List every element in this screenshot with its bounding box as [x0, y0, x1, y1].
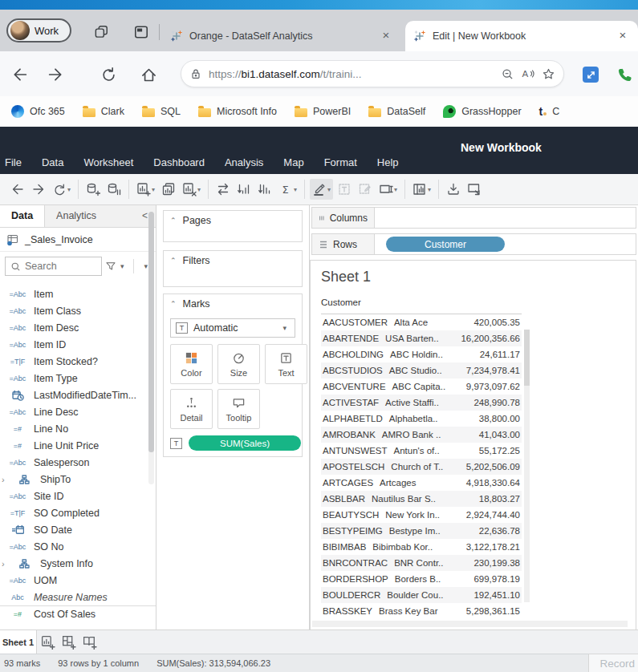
field-item-cost-of-sales[interactable]: =#Cost Of Sales [0, 605, 156, 622]
close-tab-icon[interactable]: × [616, 29, 630, 43]
search-box[interactable] [5, 257, 102, 276]
field-item-item-id[interactable]: =AbcItem ID [0, 336, 156, 353]
expand-chevron-icon[interactable]: › [2, 559, 8, 569]
forward-button[interactable] [45, 64, 66, 85]
table-vertical-scrollbar[interactable] [524, 330, 530, 602]
table-row-bouldercr[interactable]: BOULDERCRBoulder Cou..192,451.10 [321, 587, 522, 603]
field-item-line-unit-price[interactable]: =#Line Unit Price [0, 437, 156, 454]
menu-item-analysis[interactable]: Analysis [225, 156, 263, 168]
table-row-bnrcontrac[interactable]: BNRCONTRACBNR Contr..230,199.38 [321, 555, 522, 571]
table-horizontal-scrollbar[interactable] [312, 621, 628, 627]
swap-axes-button[interactable] [213, 179, 233, 200]
fix-axes-button[interactable]: ▾ [376, 179, 400, 200]
menu-item-dashboard[interactable]: Dashboard [153, 156, 205, 168]
table-row-activestaf[interactable]: ACTIVESTAFActive Staffi..248,990.78 [321, 395, 522, 411]
table-row-alphabetld[interactable]: ALPHABETLDAlphabetla..38,800.00 [321, 411, 522, 427]
field-item-so-completed[interactable]: =T|FSO Completed [0, 504, 156, 521]
field-item-site-id[interactable]: =AbcSite ID [0, 488, 156, 504]
show-me-button[interactable]: ▾ [410, 179, 433, 200]
new-datasource-button[interactable] [83, 179, 103, 200]
menu-item-map[interactable]: Map [283, 156, 303, 168]
mark-type-dropdown[interactable]: T Automatic ▾ [170, 318, 295, 338]
text-encoding-icon[interactable]: T [170, 438, 182, 449]
highlight-button[interactable]: ▾ [310, 179, 333, 200]
clear-sheet-button[interactable]: ▾ [180, 179, 203, 200]
extension-resize-button[interactable] [583, 67, 599, 83]
presentation-mode-button[interactable] [465, 179, 484, 200]
new-dashboard-button[interactable] [58, 630, 79, 654]
table-row-antunswest[interactable]: ANTUNSWESTAntun's of..55,172.25 [321, 443, 522, 459]
sort-ascending-button[interactable] [234, 179, 254, 200]
sum-sales-pill[interactable]: SUM(Sales) [189, 435, 301, 451]
new-story-button[interactable] [79, 630, 100, 654]
text-button[interactable]: Text [265, 344, 307, 384]
field-item-item-type[interactable]: =AbcItem Type [0, 370, 156, 387]
duplicate-sheet-button[interactable] [159, 179, 178, 200]
collapse-chevron-icon[interactable]: ⌃ [170, 300, 177, 308]
url-text[interactable]: https://bi1.dataself.com/t/traini... [209, 68, 494, 80]
field-item-salesperson[interactable]: =AbcSalesperson [0, 454, 156, 471]
table-row-beautysch[interactable]: BEAUTYSCHNew York In..2,924,744.40 [321, 507, 522, 523]
close-tab-icon[interactable]: × [379, 29, 393, 43]
table-row-apostelsch[interactable]: APOSTELSCHChurch of T..5,202,506.09 [321, 459, 522, 475]
bookmark-item[interactable]: Ofc 365 [11, 105, 65, 118]
field-item-lastmodifieddatetim[interactable]: LastModifiedDateTim... [0, 387, 156, 403]
field-item-uom[interactable]: =AbcUOM [0, 572, 156, 589]
color-button[interactable]: Color [170, 344, 213, 384]
rows-shelf[interactable]: Rows Customer [311, 233, 636, 255]
table-row-abcstudios[interactable]: ABCSTUDIOSABC Studio..7,234,978.41 [321, 362, 522, 379]
table-row-artcages[interactable]: ARTCAGESArtcages4,918,330.64 [321, 475, 522, 491]
tab-data[interactable]: Data [0, 205, 45, 227]
zoom-out-icon[interactable] [501, 67, 514, 81]
size-button[interactable]: Size [217, 344, 260, 384]
bookmark-item[interactable]: DataSelf [368, 106, 425, 117]
redo-button[interactable]: ▾ [50, 179, 73, 200]
menu-item-format[interactable]: Format [324, 156, 357, 168]
bookmark-item[interactable]: tC [539, 105, 560, 118]
table-row-bordershop[interactable]: BORDERSHOPBorders B..699,978.19 [321, 571, 522, 587]
table-row-abcholding[interactable]: ABCHOLDINGABC Holdin..24,611.17 [321, 346, 522, 362]
back-button[interactable] [10, 64, 30, 85]
table-row-aacustomer[interactable]: AACUSTOMERAlta Ace420,005.35 [321, 314, 522, 330]
field-item-line-no[interactable]: =#Line No [0, 420, 156, 437]
field-item-so-date[interactable]: SO Date [0, 521, 156, 538]
bookmark-item[interactable]: GrassHopper [443, 105, 521, 118]
columns-shelf[interactable]: Columns [311, 207, 636, 229]
tooltip-button[interactable]: Tooltip [217, 389, 260, 429]
field-item-so-no[interactable]: =AbcSO No [0, 538, 156, 555]
tab-actions-button[interactable] [132, 22, 151, 42]
totals-button[interactable]: Σ▾ [276, 179, 299, 200]
table-row-bestypeimg[interactable]: BESTYPEIMGBestype Im..22,636.78 [321, 523, 522, 539]
detail-button[interactable]: Detail [170, 389, 213, 429]
bookmark-item[interactable]: SQL [142, 106, 181, 117]
menu-item-file[interactable]: File [5, 156, 22, 168]
search-input[interactable] [25, 261, 89, 272]
field-item-item[interactable]: =AbcItem [0, 285, 156, 302]
field-item-item-class[interactable]: =AbcItem Class [0, 302, 156, 319]
table-row-amrobank[interactable]: AMROBANKAMRO Bank ..41,043.00 [321, 427, 522, 443]
browser-tab-orange-dataself[interactable]: Orange - DataSelf Analytics × [162, 21, 401, 51]
scrollbar-thumb[interactable] [148, 212, 154, 452]
expand-chevron-icon[interactable]: › [2, 475, 8, 484]
collapse-chevron-icon[interactable]: ⌃ [170, 217, 177, 225]
field-item-shipto[interactable]: ›ShipTo [0, 471, 156, 488]
table-row-abcventure[interactable]: ABCVENTUREABC Capita..9,973,097.62 [321, 379, 522, 395]
home-button[interactable] [138, 64, 159, 85]
read-aloud-icon[interactable]: A [521, 67, 535, 81]
datasource-item[interactable]: _Sales_Invoice [0, 228, 156, 252]
table-row-asblbar[interactable]: ASBLBARNautilus Bar S..18,803.27 [321, 491, 522, 507]
menu-item-help[interactable]: Help [377, 156, 399, 168]
back-arrow-button[interactable] [8, 179, 27, 200]
field-item-system-info[interactable]: ›System Info [0, 555, 156, 572]
workspaces-button[interactable] [91, 22, 111, 42]
bookmark-item[interactable]: Microsoft Info [198, 106, 277, 117]
new-worksheet-button[interactable] [37, 630, 58, 654]
browser-tab-edit-new-workbook[interactable]: Edit | New Workbook × [405, 21, 638, 51]
address-bar[interactable]: https://bi1.dataself.com/t/traini... A [181, 60, 564, 87]
browser-profile-button[interactable]: Work [6, 18, 71, 43]
field-item-item-stocked[interactable]: =T|FItem Stocked? [0, 353, 156, 370]
bookmark-item[interactable]: Clark [83, 106, 124, 117]
customer-pill[interactable]: Customer [386, 237, 505, 252]
refresh-button[interactable] [98, 64, 119, 85]
table-row-abartende[interactable]: ABARTENDEUSA Barten..16,200,356.66 [321, 330, 522, 346]
